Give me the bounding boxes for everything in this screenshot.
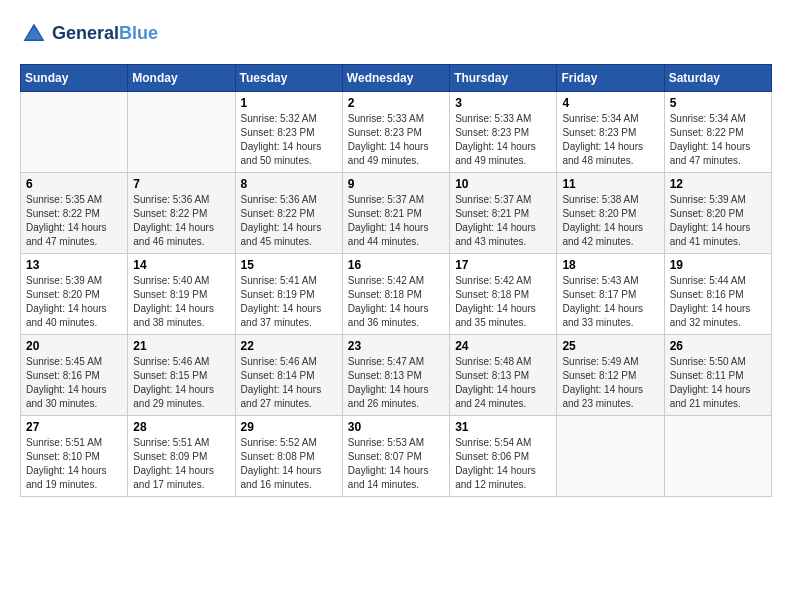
day-number: 15 xyxy=(241,258,337,272)
day-number: 1 xyxy=(241,96,337,110)
day-info: Sunrise: 5:43 AM Sunset: 8:17 PM Dayligh… xyxy=(562,274,658,330)
calendar-cell: 26Sunrise: 5:50 AM Sunset: 8:11 PM Dayli… xyxy=(664,335,771,416)
day-info: Sunrise: 5:48 AM Sunset: 8:13 PM Dayligh… xyxy=(455,355,551,411)
day-info: Sunrise: 5:33 AM Sunset: 8:23 PM Dayligh… xyxy=(348,112,444,168)
day-number: 18 xyxy=(562,258,658,272)
calendar-table: SundayMondayTuesdayWednesdayThursdayFrid… xyxy=(20,64,772,497)
day-info: Sunrise: 5:46 AM Sunset: 8:14 PM Dayligh… xyxy=(241,355,337,411)
calendar-cell: 16Sunrise: 5:42 AM Sunset: 8:18 PM Dayli… xyxy=(342,254,449,335)
page-header: GeneralBlue xyxy=(20,20,772,48)
day-number: 31 xyxy=(455,420,551,434)
weekday-header-cell: Tuesday xyxy=(235,65,342,92)
day-info: Sunrise: 5:37 AM Sunset: 8:21 PM Dayligh… xyxy=(455,193,551,249)
calendar-cell: 28Sunrise: 5:51 AM Sunset: 8:09 PM Dayli… xyxy=(128,416,235,497)
day-info: Sunrise: 5:41 AM Sunset: 8:19 PM Dayligh… xyxy=(241,274,337,330)
weekday-header-cell: Friday xyxy=(557,65,664,92)
day-number: 12 xyxy=(670,177,766,191)
day-info: Sunrise: 5:51 AM Sunset: 8:10 PM Dayligh… xyxy=(26,436,122,492)
calendar-week-row: 27Sunrise: 5:51 AM Sunset: 8:10 PM Dayli… xyxy=(21,416,772,497)
day-info: Sunrise: 5:38 AM Sunset: 8:20 PM Dayligh… xyxy=(562,193,658,249)
calendar-cell: 8Sunrise: 5:36 AM Sunset: 8:22 PM Daylig… xyxy=(235,173,342,254)
calendar-cell: 25Sunrise: 5:49 AM Sunset: 8:12 PM Dayli… xyxy=(557,335,664,416)
calendar-cell: 27Sunrise: 5:51 AM Sunset: 8:10 PM Dayli… xyxy=(21,416,128,497)
day-info: Sunrise: 5:34 AM Sunset: 8:22 PM Dayligh… xyxy=(670,112,766,168)
weekday-header-cell: Sunday xyxy=(21,65,128,92)
day-number: 19 xyxy=(670,258,766,272)
day-info: Sunrise: 5:36 AM Sunset: 8:22 PM Dayligh… xyxy=(241,193,337,249)
calendar-cell: 13Sunrise: 5:39 AM Sunset: 8:20 PM Dayli… xyxy=(21,254,128,335)
day-info: Sunrise: 5:35 AM Sunset: 8:22 PM Dayligh… xyxy=(26,193,122,249)
day-info: Sunrise: 5:49 AM Sunset: 8:12 PM Dayligh… xyxy=(562,355,658,411)
calendar-cell: 2Sunrise: 5:33 AM Sunset: 8:23 PM Daylig… xyxy=(342,92,449,173)
calendar-cell: 14Sunrise: 5:40 AM Sunset: 8:19 PM Dayli… xyxy=(128,254,235,335)
day-info: Sunrise: 5:53 AM Sunset: 8:07 PM Dayligh… xyxy=(348,436,444,492)
logo: GeneralBlue xyxy=(20,20,158,48)
calendar-cell: 10Sunrise: 5:37 AM Sunset: 8:21 PM Dayli… xyxy=(450,173,557,254)
day-number: 30 xyxy=(348,420,444,434)
weekday-header-row: SundayMondayTuesdayWednesdayThursdayFrid… xyxy=(21,65,772,92)
day-info: Sunrise: 5:45 AM Sunset: 8:16 PM Dayligh… xyxy=(26,355,122,411)
calendar-cell: 4Sunrise: 5:34 AM Sunset: 8:23 PM Daylig… xyxy=(557,92,664,173)
day-number: 29 xyxy=(241,420,337,434)
day-number: 7 xyxy=(133,177,229,191)
weekday-header-cell: Monday xyxy=(128,65,235,92)
day-number: 3 xyxy=(455,96,551,110)
calendar-cell: 17Sunrise: 5:42 AM Sunset: 8:18 PM Dayli… xyxy=(450,254,557,335)
calendar-cell: 7Sunrise: 5:36 AM Sunset: 8:22 PM Daylig… xyxy=(128,173,235,254)
day-number: 9 xyxy=(348,177,444,191)
day-info: Sunrise: 5:40 AM Sunset: 8:19 PM Dayligh… xyxy=(133,274,229,330)
day-number: 5 xyxy=(670,96,766,110)
day-number: 10 xyxy=(455,177,551,191)
day-number: 6 xyxy=(26,177,122,191)
calendar-cell: 20Sunrise: 5:45 AM Sunset: 8:16 PM Dayli… xyxy=(21,335,128,416)
day-number: 27 xyxy=(26,420,122,434)
day-number: 20 xyxy=(26,339,122,353)
calendar-week-row: 1Sunrise: 5:32 AM Sunset: 8:23 PM Daylig… xyxy=(21,92,772,173)
day-info: Sunrise: 5:37 AM Sunset: 8:21 PM Dayligh… xyxy=(348,193,444,249)
day-info: Sunrise: 5:51 AM Sunset: 8:09 PM Dayligh… xyxy=(133,436,229,492)
calendar-cell: 1Sunrise: 5:32 AM Sunset: 8:23 PM Daylig… xyxy=(235,92,342,173)
day-number: 16 xyxy=(348,258,444,272)
calendar-cell: 24Sunrise: 5:48 AM Sunset: 8:13 PM Dayli… xyxy=(450,335,557,416)
calendar-cell: 11Sunrise: 5:38 AM Sunset: 8:20 PM Dayli… xyxy=(557,173,664,254)
calendar-week-row: 20Sunrise: 5:45 AM Sunset: 8:16 PM Dayli… xyxy=(21,335,772,416)
day-info: Sunrise: 5:32 AM Sunset: 8:23 PM Dayligh… xyxy=(241,112,337,168)
day-info: Sunrise: 5:36 AM Sunset: 8:22 PM Dayligh… xyxy=(133,193,229,249)
day-number: 23 xyxy=(348,339,444,353)
day-number: 14 xyxy=(133,258,229,272)
calendar-cell: 31Sunrise: 5:54 AM Sunset: 8:06 PM Dayli… xyxy=(450,416,557,497)
day-info: Sunrise: 5:44 AM Sunset: 8:16 PM Dayligh… xyxy=(670,274,766,330)
calendar-week-row: 6Sunrise: 5:35 AM Sunset: 8:22 PM Daylig… xyxy=(21,173,772,254)
day-number: 25 xyxy=(562,339,658,353)
weekday-header-cell: Saturday xyxy=(664,65,771,92)
calendar-cell: 21Sunrise: 5:46 AM Sunset: 8:15 PM Dayli… xyxy=(128,335,235,416)
day-info: Sunrise: 5:39 AM Sunset: 8:20 PM Dayligh… xyxy=(26,274,122,330)
calendar-cell xyxy=(557,416,664,497)
day-number: 8 xyxy=(241,177,337,191)
calendar-cell: 15Sunrise: 5:41 AM Sunset: 8:19 PM Dayli… xyxy=(235,254,342,335)
day-number: 24 xyxy=(455,339,551,353)
calendar-cell: 3Sunrise: 5:33 AM Sunset: 8:23 PM Daylig… xyxy=(450,92,557,173)
calendar-cell: 23Sunrise: 5:47 AM Sunset: 8:13 PM Dayli… xyxy=(342,335,449,416)
weekday-header-cell: Wednesday xyxy=(342,65,449,92)
day-info: Sunrise: 5:50 AM Sunset: 8:11 PM Dayligh… xyxy=(670,355,766,411)
calendar-cell: 18Sunrise: 5:43 AM Sunset: 8:17 PM Dayli… xyxy=(557,254,664,335)
day-number: 28 xyxy=(133,420,229,434)
day-number: 2 xyxy=(348,96,444,110)
day-number: 4 xyxy=(562,96,658,110)
day-number: 21 xyxy=(133,339,229,353)
calendar-cell: 22Sunrise: 5:46 AM Sunset: 8:14 PM Dayli… xyxy=(235,335,342,416)
calendar-body: 1Sunrise: 5:32 AM Sunset: 8:23 PM Daylig… xyxy=(21,92,772,497)
day-number: 26 xyxy=(670,339,766,353)
day-number: 17 xyxy=(455,258,551,272)
day-info: Sunrise: 5:33 AM Sunset: 8:23 PM Dayligh… xyxy=(455,112,551,168)
day-info: Sunrise: 5:46 AM Sunset: 8:15 PM Dayligh… xyxy=(133,355,229,411)
calendar-cell: 6Sunrise: 5:35 AM Sunset: 8:22 PM Daylig… xyxy=(21,173,128,254)
calendar-cell: 9Sunrise: 5:37 AM Sunset: 8:21 PM Daylig… xyxy=(342,173,449,254)
calendar-week-row: 13Sunrise: 5:39 AM Sunset: 8:20 PM Dayli… xyxy=(21,254,772,335)
weekday-header-cell: Thursday xyxy=(450,65,557,92)
calendar-cell: 29Sunrise: 5:52 AM Sunset: 8:08 PM Dayli… xyxy=(235,416,342,497)
day-info: Sunrise: 5:42 AM Sunset: 8:18 PM Dayligh… xyxy=(348,274,444,330)
day-info: Sunrise: 5:54 AM Sunset: 8:06 PM Dayligh… xyxy=(455,436,551,492)
day-number: 22 xyxy=(241,339,337,353)
